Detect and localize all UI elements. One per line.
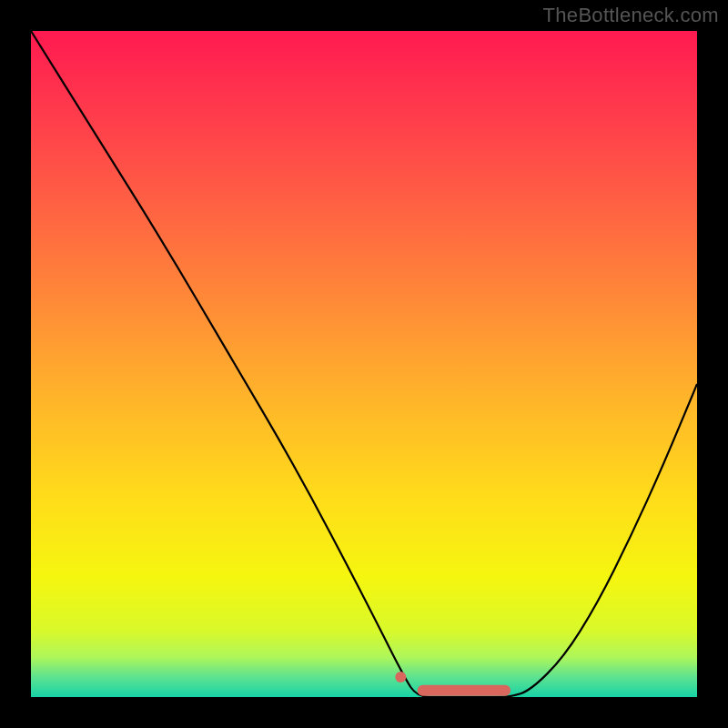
watermark-text: TheBottleneck.com: [543, 4, 719, 27]
plot-area: [31, 31, 697, 697]
curve-minimum-dot: [395, 672, 406, 682]
optimal-range-marker: [418, 685, 511, 696]
chart-svg: [31, 31, 697, 697]
chart-frame: TheBottleneck.com: [0, 0, 728, 728]
